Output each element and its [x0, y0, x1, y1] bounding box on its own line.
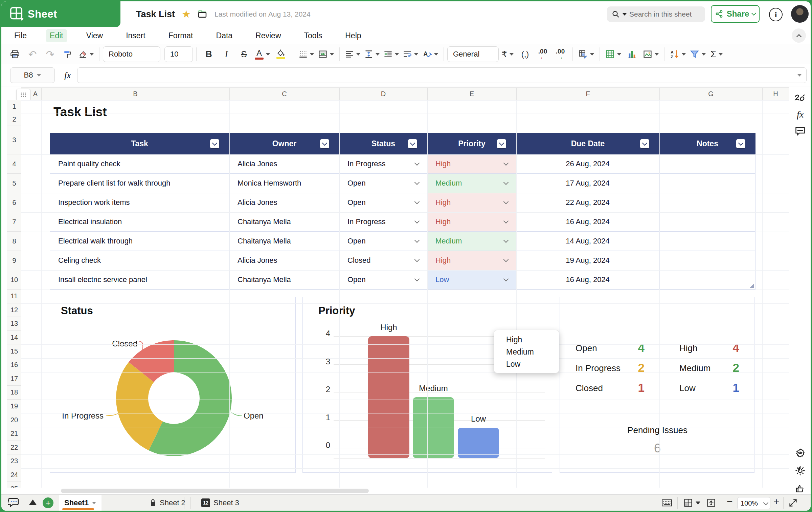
cell-priority[interactable]: Medium	[427, 232, 516, 251]
row-header-22[interactable]: 22	[7, 441, 21, 455]
number-format-select[interactable]: General	[447, 46, 499, 62]
row-header-12[interactable]: 12	[7, 303, 21, 317]
zoom-caret-button[interactable]	[761, 502, 770, 505]
filter-button[interactable]	[688, 47, 708, 62]
table-header-priority[interactable]: Priority	[427, 133, 516, 154]
dropdown-option-high[interactable]: High	[494, 334, 559, 346]
view-settings-button[interactable]	[794, 446, 806, 458]
row-header-23[interactable]: 23	[7, 454, 21, 468]
column-header-B[interactable]: B	[41, 88, 230, 100]
add-sheet-button[interactable]: +	[43, 497, 53, 508]
view-layout-button[interactable]	[683, 498, 700, 508]
info-button[interactable]: i	[769, 8, 783, 21]
cell-task[interactable]: Celing check	[50, 251, 229, 270]
row-header-9[interactable]: 9	[7, 251, 21, 270]
text-color-button[interactable]: A	[253, 47, 272, 62]
cell-priority[interactable]: High	[427, 212, 516, 232]
fullscreen-button[interactable]	[788, 498, 798, 508]
borders-button[interactable]	[297, 47, 316, 62]
cell-priority[interactable]: High	[427, 193, 516, 212]
cell-priority[interactable]: High	[427, 154, 516, 174]
row-header-6[interactable]: 6	[7, 193, 21, 212]
strikethrough-button[interactable]: S	[235, 47, 253, 62]
priority-dropdown-icon[interactable]	[503, 180, 509, 185]
status-dropdown-icon[interactable]	[414, 257, 420, 262]
filter-dropdown-button[interactable]	[497, 139, 506, 148]
cell-status[interactable]: In Progress	[339, 212, 427, 232]
collapse-toolbar-button[interactable]	[792, 28, 806, 43]
insert-image-button[interactable]	[641, 47, 661, 62]
column-header-A[interactable]: A	[29, 88, 42, 100]
column-header-H[interactable]: H	[762, 88, 789, 100]
filter-dropdown-button[interactable]	[210, 139, 219, 148]
print-button[interactable]	[6, 47, 24, 62]
priority-dropdown-icon[interactable]	[503, 199, 509, 205]
text-rotate-button[interactable]: A	[420, 47, 440, 62]
font-size-select[interactable]: 10	[164, 46, 193, 62]
cell-notes[interactable]	[659, 174, 755, 193]
formula-input[interactable]	[77, 67, 807, 83]
status-dropdown-icon[interactable]	[414, 199, 420, 205]
zoom-in-button[interactable]: +	[773, 496, 780, 508]
row-header-20[interactable]: 20	[7, 413, 21, 427]
formula-bar-expand-caret-icon[interactable]	[797, 74, 802, 77]
search-scope-caret-icon[interactable]	[623, 13, 627, 16]
row-header-19[interactable]: 19	[7, 400, 21, 413]
cell-notes[interactable]	[659, 154, 755, 174]
sort-button[interactable]: AZ	[668, 47, 688, 62]
menu-format[interactable]: Format	[164, 29, 197, 42]
status-dropdown-icon[interactable]	[414, 276, 420, 282]
format-painter-button[interactable]	[59, 47, 76, 62]
cell-status[interactable]: Open	[339, 174, 427, 193]
filter-dropdown-button[interactable]	[736, 139, 745, 148]
column-header-D[interactable]: D	[339, 88, 428, 100]
favorite-star-icon[interactable]: ★	[182, 9, 191, 19]
cell-task[interactable]: Electrical walk through	[50, 232, 229, 251]
cell-notes[interactable]	[659, 212, 755, 232]
italic-button[interactable]: I	[218, 47, 235, 62]
row-header-2[interactable]: 2	[7, 113, 21, 126]
table-header-status[interactable]: Status	[339, 133, 427, 154]
cell-owner[interactable]: Chaitanya Mella	[229, 212, 339, 232]
bold-button[interactable]: B	[200, 47, 218, 62]
cell-due-date[interactable]: 14 Aug, 2024	[516, 232, 659, 251]
row-header-18[interactable]: 18	[7, 386, 21, 400]
search-input[interactable]: Search in this sheet	[607, 6, 705, 22]
cell-status[interactable]: Open	[339, 232, 427, 251]
status-dropdown-icon[interactable]	[414, 161, 420, 166]
cell-status[interactable]: Closed	[339, 251, 427, 270]
menu-view[interactable]: View	[82, 29, 107, 42]
dropdown-option-low[interactable]: Low	[494, 358, 559, 370]
fill-color-button[interactable]	[272, 47, 290, 62]
cell-status[interactable]: In Progress	[339, 154, 427, 174]
comments-toggle-button[interactable]	[8, 497, 20, 508]
insert-table-button[interactable]	[603, 47, 623, 62]
status-chart-panel[interactable]: StatusClosedIn ProgressOpen	[50, 297, 296, 473]
status-dropdown-icon[interactable]	[414, 180, 420, 185]
cell-task[interactable]: Inspection work items	[50, 193, 229, 212]
functions-panel-button[interactable]: fx	[794, 108, 806, 121]
priority-dropdown-icon[interactable]	[503, 257, 509, 262]
row-header-7[interactable]: 7	[7, 212, 21, 232]
cell-due-date[interactable]: 22 Aug, 2024	[516, 193, 659, 212]
vertical-align-button[interactable]	[362, 47, 382, 62]
filter-dropdown-button[interactable]	[320, 139, 329, 148]
table-resize-handle[interactable]	[749, 283, 754, 288]
menu-file[interactable]: File	[10, 29, 31, 42]
status-dropdown-icon[interactable]	[414, 238, 420, 243]
cell-owner[interactable]: Alicia Jones	[229, 154, 339, 174]
table-header-task[interactable]: Task	[50, 133, 229, 154]
currency-button[interactable]: ₹	[499, 47, 516, 62]
fx-icon[interactable]: fx	[64, 70, 71, 81]
row-header-1[interactable]: 1	[7, 100, 21, 113]
priority-dropdown-icon[interactable]	[503, 218, 509, 224]
row-headers[interactable]: 1234567891011121314151617181920212223242…	[7, 100, 22, 488]
cell-owner[interactable]: Alicia Jones	[229, 251, 339, 270]
cell-owner[interactable]: Chaitanya Mella	[229, 270, 339, 290]
row-header-21[interactable]: 21	[7, 427, 21, 441]
horizontal-scrollbar[interactable]	[61, 489, 369, 493]
cell-task[interactable]: Insall electric service panel	[50, 270, 229, 290]
share-button[interactable]: Share	[711, 5, 760, 23]
table-header-owner[interactable]: Owner	[229, 133, 339, 154]
row-header-4[interactable]: 4	[7, 154, 21, 174]
